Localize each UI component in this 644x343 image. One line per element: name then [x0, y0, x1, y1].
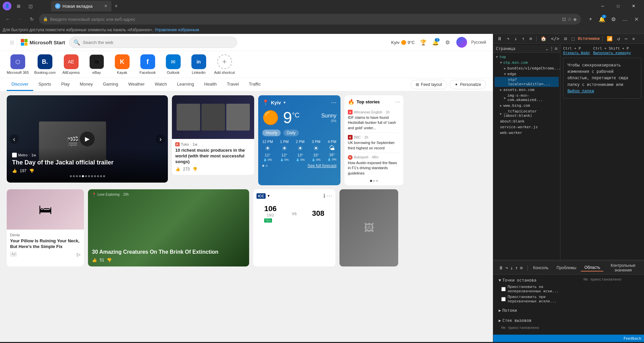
- shortcut-facebook[interactable]: f Facebook: [138, 54, 158, 75]
- tab-weather[interactable]: Weather: [124, 78, 149, 91]
- story-prev-btn[interactable]: ‹: [9, 134, 19, 144]
- open-file-link[interactable]: Открыть файл: [563, 51, 590, 55]
- close-btn[interactable]: ✕: [626, 0, 641, 12]
- dt-pause-icon[interactable]: ⏸: [496, 35, 503, 42]
- refresh-btn[interactable]: ↻: [27, 14, 37, 24]
- tree-node-img[interactable]: ▶ img-s-msn-com.akamaized...: [495, 93, 559, 103]
- creatures-dislike-icon[interactable]: 👎: [107, 258, 112, 262]
- tab-sports[interactable]: Sports: [34, 78, 56, 91]
- trophy-icon[interactable]: 🏆: [419, 38, 428, 47]
- debug-out-icon[interactable]: ↑: [515, 265, 518, 271]
- new-tab-btn[interactable]: +: [111, 1, 121, 11]
- icc-chevron[interactable]: ▼: [267, 194, 270, 198]
- tab-gaming[interactable]: Gaming: [98, 78, 123, 91]
- minimize-btn[interactable]: ─: [595, 0, 610, 12]
- dt-more-icon[interactable]: ⋯: [623, 35, 629, 42]
- tree-node-ntp[interactable]: ▼ ntp.msn.com: [495, 60, 559, 65]
- tab-close-btn[interactable]: ✕: [104, 4, 107, 8]
- uncaught-checkbox[interactable]: [501, 287, 506, 291]
- callstack-header[interactable]: ▶ Стек вызовов: [499, 318, 576, 323]
- shortcut-booking[interactable]: B. Booking.com: [34, 54, 56, 75]
- shortcut-linkedin[interactable]: in Linkedin: [189, 54, 209, 75]
- ts-item-2[interactable]: A Autosport · 48m How Austin exposed the…: [348, 153, 400, 178]
- tab-discover[interactable]: Discover: [7, 78, 33, 91]
- caught-checkbox[interactable]: [501, 297, 506, 301]
- ts-more-icon[interactable]: ⋯: [395, 99, 400, 105]
- star-icon[interactable]: ☆: [567, 16, 572, 22]
- tab-learning[interactable]: Learning: [172, 78, 199, 91]
- breakpoints-header[interactable]: ▼ Точки останова: [499, 278, 576, 283]
- tree-node-edge[interactable]: ▼ edge: [495, 71, 559, 77]
- threads-header[interactable]: ▶ Потоки: [499, 308, 576, 313]
- shortcut-kayak[interactable]: K Kayak: [112, 54, 132, 75]
- dt-inspect-icon[interactable]: ⬚: [570, 35, 576, 42]
- sidebar-more-icon[interactable]: ⋮: [550, 46, 554, 51]
- feedback-link[interactable]: Feedback: [624, 336, 641, 341]
- bottom-left-card[interactable]: 🖼: [339, 189, 398, 266]
- dt-layout-icon[interactable]: ⊡: [563, 35, 568, 42]
- dt-step-over-icon[interactable]: ↷: [505, 35, 511, 42]
- dt-wifi-icon[interactable]: 📶: [605, 35, 614, 42]
- sidebar-toggle-icon[interactable]: ◫: [26, 1, 36, 11]
- tree-node-about-blank[interactable]: about:blank: [495, 118, 559, 124]
- ts-item-0[interactable]: A Africanews English · 1h IDF claims to …: [348, 108, 400, 133]
- hourly-tab[interactable]: Hourly: [262, 130, 281, 136]
- address-bar[interactable]: 🔒 Введите поисковый запрос или веб-адрес…: [39, 14, 581, 24]
- tab-play[interactable]: Play: [56, 78, 74, 91]
- tab-travel[interactable]: Travel: [222, 78, 243, 91]
- shortcut-ebay[interactable]: 🛍 eBay: [87, 54, 107, 75]
- back-btn[interactable]: ←: [3, 14, 13, 24]
- shortcut-outlook[interactable]: ✉ Outlook: [163, 54, 183, 75]
- icc-info-icon[interactable]: ℹ: [323, 193, 325, 199]
- header-notif-icon[interactable]: 🔔 3: [431, 38, 440, 47]
- search-input[interactable]: [83, 40, 233, 45]
- pillow-story-card[interactable]: 🛏 Denla Your Pillow Is Ruining Your Neck…: [7, 189, 84, 266]
- area-tab[interactable]: Область: [581, 264, 603, 272]
- dt-deactivate-icon[interactable]: ⊘: [528, 35, 533, 42]
- tuko-story-card[interactable]: K Tuko · 1w 10 richest music producers i…: [172, 95, 254, 175]
- tab-traffic[interactable]: Traffic: [244, 78, 265, 91]
- play-button[interactable]: ▶: [80, 132, 95, 146]
- more-icon[interactable]: …: [620, 14, 630, 24]
- profile-icon[interactable]: 👤: [3, 2, 11, 10]
- sidebar-expand-icon[interactable]: ⌄: [546, 46, 548, 51]
- tree-node-ntp-locale[interactable]: ntp?locale=ru&title=...: [495, 77, 559, 87]
- dt-close-panel-icon[interactable]: ✕: [631, 35, 636, 42]
- debug-deactivate-icon[interactable]: ⊘: [520, 265, 522, 271]
- run-cmd-link[interactable]: Выполнить команду: [593, 51, 631, 55]
- notifications-btn[interactable]: 🔔 3: [597, 14, 607, 24]
- tuko-like-icon[interactable]: 👍: [175, 167, 180, 172]
- debug-step-icon[interactable]: ↷: [505, 265, 508, 271]
- dt-sync-icon[interactable]: ↺: [616, 35, 621, 42]
- ctrl-values-tab[interactable]: Контрольные значения: [605, 262, 641, 274]
- like-icon[interactable]: 👍: [12, 168, 17, 173]
- tab-manager-icon[interactable]: ⊞: [13, 1, 24, 11]
- sidebar-layout-icon[interactable]: ⊡: [555, 46, 557, 51]
- tree-node-sw[interactable]: service-worker.js: [495, 124, 559, 130]
- browser-add-icon[interactable]: +: [586, 14, 596, 24]
- dt-code-icon[interactable]: </>: [550, 35, 561, 42]
- maximize-btn[interactable]: □: [610, 0, 626, 12]
- close-devtools-icon[interactable]: ✕: [631, 14, 641, 24]
- pillow-play-icon[interactable]: ▷: [77, 252, 81, 257]
- shortcut-aliexpress[interactable]: AE AliExpress: [61, 54, 81, 75]
- collection-icon[interactable]: ◈: [573, 16, 577, 22]
- personalize-btn[interactable]: ✦ Personalize: [450, 80, 486, 89]
- debug-into-icon[interactable]: ↓: [510, 265, 513, 271]
- manage-favorites-link[interactable]: Управление избранным: [154, 28, 199, 32]
- daily-tab[interactable]: Daily: [283, 130, 299, 136]
- tuko-dislike-icon[interactable]: 👎: [192, 167, 197, 172]
- forward-btn[interactable]: →: [15, 14, 25, 24]
- main-story[interactable]: 🎬 ▶ ‹ › Metro · 1w The Day of the Jacka: [7, 95, 168, 183]
- tree-node-ww[interactable]: web-worker: [495, 130, 559, 136]
- add-shortcut-btn[interactable]: + Add shortcut: [214, 54, 235, 75]
- active-tab[interactable]: E Новая вкладка ✕: [51, 1, 111, 11]
- feed-layout-btn[interactable]: ⊞ Feed layout: [411, 80, 447, 89]
- see-forecast-link[interactable]: See full forecast: [308, 163, 336, 168]
- user-avatar[interactable]: [456, 37, 467, 48]
- grid-menu-icon[interactable]: ⊞: [7, 37, 17, 47]
- console-tab[interactable]: Консоль: [530, 264, 552, 271]
- folder-link[interactable]: Выбор папки: [567, 89, 594, 93]
- creatures-like-icon[interactable]: 👍: [92, 258, 97, 262]
- tab-watch[interactable]: Watch: [150, 78, 172, 91]
